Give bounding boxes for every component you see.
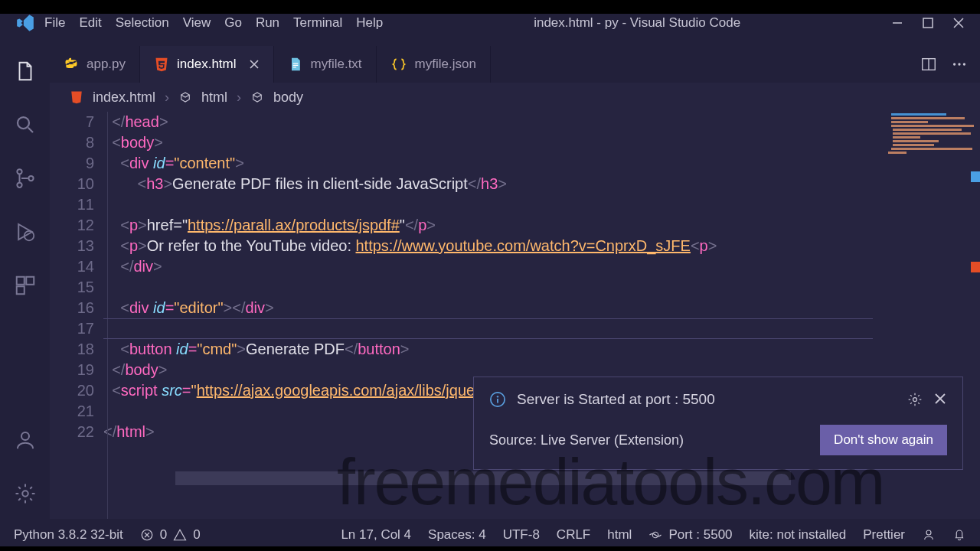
warning-count: 0: [193, 527, 200, 543]
tab-label: myfile.json: [415, 57, 476, 72]
svg-point-10: [22, 491, 28, 497]
code-line[interactable]: <button id="cmd">Generate PDF</button>: [103, 339, 980, 360]
maximize-icon[interactable]: [922, 17, 934, 29]
structure-icon: [178, 90, 192, 104]
window-title: index.html - py - Visual Studio Code: [383, 15, 891, 31]
scroll-marker: [971, 262, 980, 272]
vscode-logo-icon: [6, 13, 44, 33]
tab-myfile-txt[interactable]: myfile.txt: [274, 46, 377, 83]
status-python[interactable]: Python 3.8.2 32-bit: [14, 527, 123, 543]
run-debug-icon[interactable]: [14, 220, 37, 243]
status-spaces[interactable]: Spaces: 4: [428, 527, 486, 543]
python-icon: [64, 57, 79, 72]
explorer-icon[interactable]: [14, 60, 37, 83]
code-line[interactable]: [103, 277, 980, 298]
settings-gear-icon[interactable]: [14, 482, 37, 505]
svg-point-4: [28, 176, 33, 181]
minimap[interactable]: [885, 112, 977, 188]
svg-point-9: [21, 432, 29, 440]
structure-icon: [250, 90, 264, 104]
line-numbers: 78910111213141516171819202122: [50, 112, 103, 519]
svg-rect-6: [16, 277, 24, 285]
extensions-icon[interactable]: [14, 274, 37, 297]
menu-view[interactable]: View: [183, 15, 211, 31]
close-icon[interactable]: [952, 17, 965, 29]
toast-close-icon[interactable]: [933, 392, 947, 407]
svg-point-13: [958, 63, 960, 65]
code-line[interactable]: <p>Or refer to the YouTube video: https:…: [103, 236, 980, 256]
svg-rect-8: [16, 286, 24, 294]
source-control-icon[interactable]: [14, 167, 37, 190]
svg-point-20: [926, 530, 931, 535]
breadcrumb[interactable]: index.html › html › body: [50, 83, 980, 112]
chevron-right-icon: ›: [165, 90, 169, 106]
svg-point-16: [497, 396, 498, 397]
tab-myfile-json[interactable]: myfile.json: [377, 46, 491, 83]
horizontal-scrollbar[interactable]: [175, 471, 965, 485]
menu-selection[interactable]: Selection: [116, 15, 169, 31]
code-line[interactable]: </head>: [103, 112, 980, 132]
tab-index-html[interactable]: index.html: [140, 46, 273, 83]
tab-label: index.html: [177, 57, 236, 72]
html-icon: [70, 90, 83, 104]
status-prettier[interactable]: Prettier: [863, 527, 905, 543]
code-line[interactable]: </div>: [103, 256, 980, 277]
tab-close-icon[interactable]: [249, 59, 260, 70]
menu-edit[interactable]: Edit: [79, 15, 101, 31]
svg-point-14: [963, 63, 965, 65]
status-kite[interactable]: kite: not installed: [750, 527, 847, 543]
code-line[interactable]: <div id="editor"></div>: [103, 298, 980, 318]
breadcrumb-file[interactable]: index.html: [93, 90, 155, 106]
menu-file[interactable]: File: [44, 15, 65, 31]
svg-point-2: [17, 169, 21, 174]
svg-point-12: [953, 63, 956, 65]
chevron-right-icon: ›: [237, 90, 241, 106]
status-live-server[interactable]: Port : 5500: [648, 527, 732, 543]
breadcrumb-body[interactable]: body: [273, 90, 303, 106]
menu-terminal[interactable]: Terminal: [293, 15, 342, 31]
breadcrumb-html[interactable]: html: [201, 90, 227, 106]
info-icon: [489, 391, 506, 408]
tabs-bar: app.py index.html myfile.txt myfile.json: [50, 46, 980, 83]
svg-point-17: [913, 398, 917, 402]
toast-dont-show-button[interactable]: Don't show again: [820, 425, 947, 455]
error-count: 0: [160, 527, 167, 543]
code-line[interactable]: <div id="content">: [103, 153, 980, 174]
status-cursor[interactable]: Ln 17, Col 4: [341, 527, 411, 543]
status-port: Port : 5500: [668, 527, 732, 543]
code-line[interactable]: [103, 194, 980, 215]
svg-point-1: [18, 117, 29, 129]
status-bell-icon[interactable]: [952, 528, 966, 542]
svg-point-3: [17, 183, 21, 187]
tab-app-py[interactable]: app.py: [50, 46, 140, 83]
scroll-marker: [971, 171, 980, 182]
toast-source: Source: Live Server (Extension): [489, 432, 684, 448]
code-line[interactable]: <p>href="https://parall.ax/products/jspd…: [103, 215, 980, 236]
status-encoding[interactable]: UTF-8: [503, 527, 540, 543]
tab-label: myfile.txt: [311, 57, 362, 72]
json-icon: [390, 57, 407, 72]
toast-settings-icon[interactable]: [907, 392, 923, 407]
svg-rect-0: [923, 18, 933, 28]
menu-go[interactable]: Go: [224, 15, 242, 31]
minimize-icon[interactable]: [891, 17, 903, 29]
html-icon: [154, 57, 169, 72]
status-eol[interactable]: CRLF: [557, 527, 590, 543]
activity-bar: [0, 46, 50, 519]
menu-help[interactable]: Help: [356, 15, 383, 31]
code-line[interactable]: <body>: [103, 132, 980, 153]
svg-rect-7: [26, 277, 34, 285]
status-language[interactable]: html: [607, 527, 632, 543]
accounts-icon[interactable]: [14, 429, 37, 452]
toast-message: Server is Started at port : 5500: [517, 391, 715, 408]
code-line[interactable]: <h3>Generate PDF files in client-side Ja…: [103, 174, 980, 194]
main-menu: File Edit Selection View Go Run Terminal…: [44, 15, 383, 31]
more-actions-icon[interactable]: [951, 56, 968, 73]
split-editor-icon[interactable]: [920, 56, 937, 73]
scrollbar-thumb[interactable]: [175, 471, 791, 485]
status-problems[interactable]: 0 0: [140, 527, 201, 543]
tab-label: app.py: [87, 57, 126, 72]
search-icon[interactable]: [14, 113, 37, 136]
menu-run[interactable]: Run: [256, 15, 279, 31]
status-feedback-icon[interactable]: [922, 528, 936, 542]
